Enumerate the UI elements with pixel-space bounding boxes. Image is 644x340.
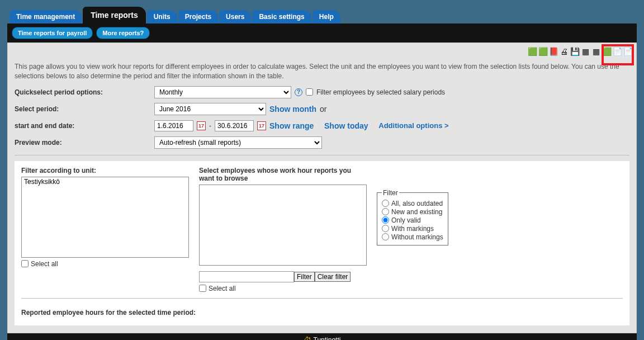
calendar-icon[interactable]: 17 — [257, 121, 266, 130]
tab-time-reports[interactable]: Time reports — [83, 7, 146, 23]
filters-panel: Filter according to unit: Testiyksikkö S… — [15, 161, 629, 325]
radio-only-valid[interactable] — [382, 216, 389, 224]
employee-filter-label: Select employees whose work hour reports… — [199, 167, 367, 182]
excel-export2-icon[interactable]: 🟩 — [538, 46, 548, 56]
start-end-label: start and end date: — [15, 122, 154, 130]
preview-mode-select[interactable]: Auto-refresh (small reports) — [154, 136, 322, 149]
intro-text: This page allows you to view work hour r… — [15, 62, 629, 81]
print-icon[interactable]: 🖨 — [559, 46, 569, 56]
radio-label: Without markings — [391, 233, 443, 241]
pill-more-reports[interactable]: More reports? — [96, 27, 150, 39]
tab-help[interactable]: Help — [312, 10, 340, 23]
unit-filter-label: Filter according to unit: — [21, 167, 189, 174]
list-item[interactable]: Testiyksikkö — [22, 177, 188, 186]
quickselect-select[interactable]: Monthly — [154, 86, 291, 98]
grid2-icon[interactable]: ▦ — [591, 46, 601, 56]
preview-mode-label: Preview mode: — [15, 139, 154, 147]
pill-time-reports-payroll[interactable]: Time reports for payroll — [12, 27, 93, 39]
xml-export-icon[interactable]: 📄 — [623, 46, 633, 56]
radio-label: Only valid — [391, 216, 421, 224]
unit-selectall-label: Select all — [31, 260, 58, 268]
excel-batch-icon[interactable]: 🟩 — [602, 46, 612, 56]
save-icon[interactable]: 💾 — [570, 46, 580, 56]
pdf-export-icon[interactable]: 📕 — [548, 46, 558, 56]
filter-legend: Filter — [382, 189, 399, 197]
or-text: or — [320, 105, 326, 114]
tab-users[interactable]: Users — [219, 10, 251, 23]
filter-salary-checkbox[interactable] — [306, 88, 313, 96]
radio-with-markings[interactable] — [382, 225, 389, 232]
csv-export-icon[interactable]: 📄 — [612, 46, 622, 56]
divider — [15, 155, 629, 155]
clock-icon: ⏱ — [304, 336, 311, 340]
unit-selectall-checkbox[interactable] — [21, 260, 29, 267]
tab-basic-settings[interactable]: Basic settings — [252, 10, 311, 23]
main-tabs: Time management Time reports Units Proje… — [7, 7, 637, 23]
employee-filter-input[interactable] — [199, 271, 294, 282]
radio-new-existing[interactable] — [382, 208, 389, 215]
dash: - — [209, 122, 211, 130]
clear-filter-button[interactable]: Clear filter — [315, 272, 351, 282]
radio-label: With markings — [391, 225, 434, 233]
quickselect-label: Quickselect period options: — [15, 88, 154, 96]
radio-without-markings[interactable] — [382, 233, 389, 240]
excel-export-icon[interactable]: 🟩 — [527, 46, 537, 56]
unit-listbox[interactable]: Testiyksikkö — [21, 177, 189, 258]
filter-radio-group: Filter All, also outdated New and existi… — [377, 189, 448, 245]
reported-heading: Reported employee hours for the selected… — [21, 309, 623, 317]
main-panel: 🟩 🟩 📕 🖨 💾 ▦ ▦ 🟩 📄 📄 This page allows you… — [7, 42, 637, 333]
calendar-icon[interactable]: 17 — [197, 121, 206, 130]
footer-brand: Tuntinetti — [314, 336, 341, 340]
filter-button[interactable]: Filter — [294, 272, 315, 282]
employee-selectall-checkbox[interactable] — [199, 285, 206, 292]
tab-units[interactable]: Units — [147, 10, 177, 23]
tab-time-management[interactable]: Time management — [10, 10, 82, 23]
export-toolbar: 🟩 🟩 📕 🖨 💾 ▦ ▦ 🟩 📄 📄 — [8, 43, 636, 58]
show-month-link[interactable]: Show month — [269, 105, 316, 114]
grid-icon[interactable]: ▦ — [580, 46, 590, 56]
show-today-link[interactable]: Show today — [324, 121, 368, 130]
period-select[interactable]: June 2016 — [154, 103, 266, 115]
divider — [21, 298, 623, 299]
employee-listbox[interactable] — [199, 185, 367, 266]
radio-label: New and existing — [391, 208, 442, 216]
filter-salary-label: Filter employees by selected salary peri… — [316, 88, 445, 96]
show-range-link[interactable]: Show range — [269, 121, 314, 130]
help-icon[interactable]: ? — [295, 88, 302, 96]
additional-options-link[interactable]: Additional options > — [378, 121, 448, 130]
start-date-input[interactable] — [154, 120, 193, 131]
end-date-input[interactable] — [215, 120, 254, 131]
radio-all-outdated[interactable] — [382, 200, 389, 207]
select-period-label: Select period: — [15, 105, 154, 113]
radio-label: All, also outdated — [391, 200, 443, 207]
employee-selectall-label: Select all — [209, 285, 236, 292]
sub-navbar: Time reports for payroll More reports? — [7, 23, 637, 42]
tab-projects[interactable]: Projects — [178, 10, 218, 23]
footer: ⏱ Tuntinetti — [7, 333, 637, 340]
